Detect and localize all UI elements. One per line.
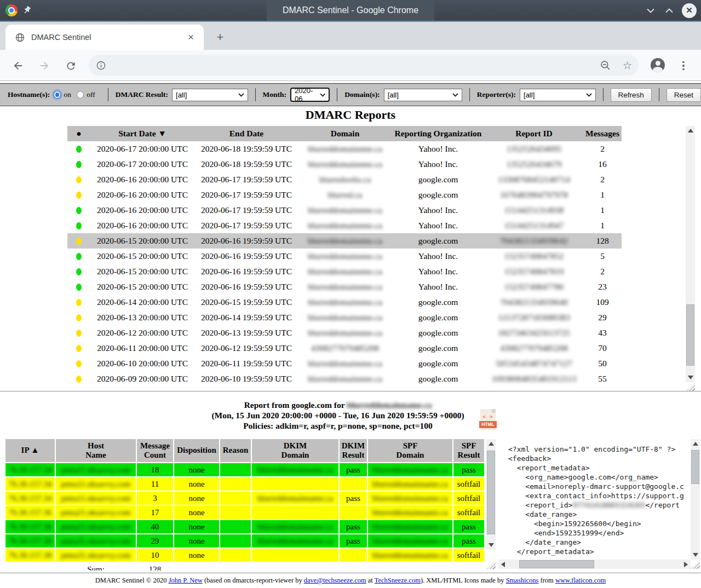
status-dot-yellow <box>76 314 82 321</box>
dkim-result-cell: pass <box>340 520 367 533</box>
scroll-left-arrow[interactable] <box>498 560 508 569</box>
info-icon[interactable] <box>96 61 106 70</box>
zoom-out-icon[interactable] <box>600 60 611 71</box>
detail-header-dkim-domain[interactable]: DKIM Domain <box>252 439 338 462</box>
reload-button[interactable] <box>64 59 77 72</box>
menu-icon[interactable] <box>681 59 686 72</box>
browser-tab[interactable]: DMARC Sentinel × <box>5 25 204 50</box>
title-plate: DMARC Sentinel - Google Chrome <box>267 0 434 21</box>
status-cell <box>67 371 90 387</box>
report-row[interactable]: 2020-06-16 20:00:00 UTC2020-06-17 19:59:… <box>67 203 622 218</box>
scroll-up-arrow[interactable] <box>686 126 695 135</box>
report-row[interactable]: 2020-06-15 20:00:00 UTC2020-06-16 19:59:… <box>67 264 622 279</box>
footer-link[interactable]: dave@techsneeze.com <box>304 577 366 584</box>
detail-header-spf-result[interactable]: SPF Result <box>453 439 484 462</box>
address-bar[interactable]: ☆ <box>89 55 639 76</box>
footer-link[interactable]: John P. New <box>169 577 203 584</box>
detail-header-dkim-result[interactable]: DKIM Result <box>340 439 367 462</box>
host-cell: pmta31.nksavvy.com <box>56 549 136 562</box>
report-id-cell: 1352526434095 <box>485 141 583 157</box>
window-titlebar[interactable]: DMARC Sentinel - Google Chrome ✕ <box>0 0 701 21</box>
report-row[interactable]: 2020-06-16 20:00:00 UTC2020-06-17 19:59:… <box>67 218 622 233</box>
column-header-start-date[interactable]: Start Date ▼ <box>90 126 194 141</box>
reporters-select[interactable]: [all] <box>520 89 596 101</box>
scroll-thumb[interactable] <box>686 304 694 366</box>
report-row[interactable]: 2020-06-10 20:00:00 UTC2020-06-11 19:59:… <box>67 356 622 371</box>
domain-cell: blurreddomainnme.ca <box>298 233 392 249</box>
minimize-button[interactable] <box>645 4 657 16</box>
column-header-end-date[interactable]: End Date <box>194 126 298 141</box>
forward-button[interactable] <box>38 59 51 72</box>
tab-close-icon[interactable]: × <box>188 33 194 42</box>
maximize-button[interactable] <box>663 4 675 16</box>
detail-header-count[interactable]: Message Count <box>137 439 173 462</box>
refresh-button[interactable]: Refresh <box>611 88 652 102</box>
hostname-on-radio[interactable] <box>54 91 61 99</box>
month-select[interactable]: 2020-06 <box>290 88 330 102</box>
column-header-domain[interactable]: Domain <box>298 126 392 141</box>
resize-grip[interactable] <box>686 383 695 391</box>
report-row[interactable]: 2020-06-11 20:00:00 UTC2020-06-12 19:59:… <box>67 341 622 356</box>
scroll-up-arrow[interactable] <box>486 439 496 448</box>
status-dot-yellow <box>76 376 82 383</box>
report-row[interactable]: 2020-06-16 20:00:00 UTC2020-06-17 19:59:… <box>67 172 622 187</box>
disposition-cell: none <box>174 534 219 547</box>
report-row[interactable]: 2020-06-17 20:00:00 UTC2020-06-18 19:59:… <box>67 157 622 172</box>
detail-header-reason[interactable]: Reason <box>220 439 251 462</box>
detail-table-container[interactable]: IP ▲ Host Name Message Count Disposition… <box>4 438 485 570</box>
dkim-domain-cell: blurreddomainname.ca <box>252 534 338 547</box>
scroll-up-arrow[interactable] <box>691 439 700 448</box>
xml-h-scrollbar[interactable] <box>498 560 691 569</box>
report-id-cell: 15144251314938 <box>485 203 583 218</box>
xml-viewer[interactable]: <?xml version="1.0" encoding="UTF-8" ?><… <box>498 439 700 569</box>
xml-v-scrollbar[interactable] <box>691 439 700 560</box>
new-tab-button[interactable]: + <box>212 30 228 45</box>
scroll-down-arrow[interactable] <box>686 373 695 382</box>
scroll-thumb[interactable] <box>519 560 594 568</box>
footer-link[interactable]: www.flaticon.com <box>555 577 606 584</box>
column-header-messages[interactable]: Messages <box>583 126 622 141</box>
report-row[interactable]: 2020-06-15 20:00:00 UTC2020-06-16 19:59:… <box>67 279 622 295</box>
profile-avatar[interactable] <box>651 58 665 72</box>
status-dot-green <box>76 222 82 229</box>
xml-line: <begin>1592265600</begin> <box>508 519 684 528</box>
scroll-thumb[interactable] <box>691 450 699 484</box>
detail-header-ip[interactable]: IP ▲ <box>5 439 55 462</box>
end-date-cell: 2020-06-16 19:59:59 UTC <box>194 233 298 249</box>
report-row[interactable]: 2020-06-14 20:00:00 UTC2020-06-15 19:59:… <box>67 295 622 310</box>
detail-scrollbar[interactable] <box>486 439 496 550</box>
report-row[interactable]: 2020-06-12 20:00:00 UTC2020-06-13 19:59:… <box>67 325 622 341</box>
footer-link[interactable]: Smashicons <box>506 577 539 584</box>
report-row[interactable]: 2020-06-15 20:00:00 UTC2020-06-16 19:59:… <box>67 249 622 264</box>
bookmark-star-icon[interactable]: ☆ <box>623 59 632 71</box>
reset-button[interactable]: Reset <box>666 88 701 102</box>
dmarc-result-select[interactable]: [all] <box>172 89 248 101</box>
column-header-org[interactable]: Reporting Organization <box>392 126 485 141</box>
detail-header-spf-domain[interactable]: SPF Domain <box>368 439 452 462</box>
scroll-thumb[interactable] <box>487 451 495 534</box>
scroll-down-arrow[interactable] <box>691 550 700 560</box>
scroll-right-arrow[interactable] <box>681 560 691 569</box>
detail-header-host[interactable]: Host Name <box>56 439 136 462</box>
detail-header-disposition[interactable]: Disposition <box>174 439 219 462</box>
scroll-down-arrow[interactable] <box>486 540 496 550</box>
status-cell <box>67 279 90 295</box>
xml-line: <org_name>google.com</org_name> <box>508 472 684 482</box>
domains-select[interactable]: [all] <box>384 89 462 101</box>
back-button[interactable] <box>12 59 25 72</box>
footer-link[interactable]: TechSneeze.com <box>375 577 421 584</box>
close-window-button[interactable]: ✕ <box>682 3 697 18</box>
report-row[interactable]: 2020-06-15 20:00:00 UTC2020-06-16 19:59:… <box>67 233 622 249</box>
hostname-off-radio[interactable] <box>77 91 84 99</box>
report-row[interactable]: 2020-06-16 20:00:00 UTC2020-06-17 19:59:… <box>67 187 622 203</box>
report-row[interactable]: 2020-06-17 20:00:00 UTC2020-06-18 19:59:… <box>67 141 622 157</box>
reports-scrollbar[interactable] <box>686 126 695 382</box>
report-row[interactable]: 2020-06-09 20:00:00 UTC2020-06-10 19:59:… <box>67 371 622 387</box>
start-date-cell: 2020-06-17 20:00:00 UTC <box>90 157 194 172</box>
column-header-report-id[interactable]: Report ID <box>485 126 583 141</box>
report-row[interactable]: 2020-06-13 20:00:00 UTC2020-06-14 19:59:… <box>67 310 622 325</box>
end-date-cell: 2020-06-16 19:59:59 UTC <box>194 264 298 279</box>
column-header-status[interactable]: ● <box>67 126 90 141</box>
resize-grip[interactable] <box>486 561 496 569</box>
html-view-icon[interactable]: < > HTML <box>480 409 496 430</box>
